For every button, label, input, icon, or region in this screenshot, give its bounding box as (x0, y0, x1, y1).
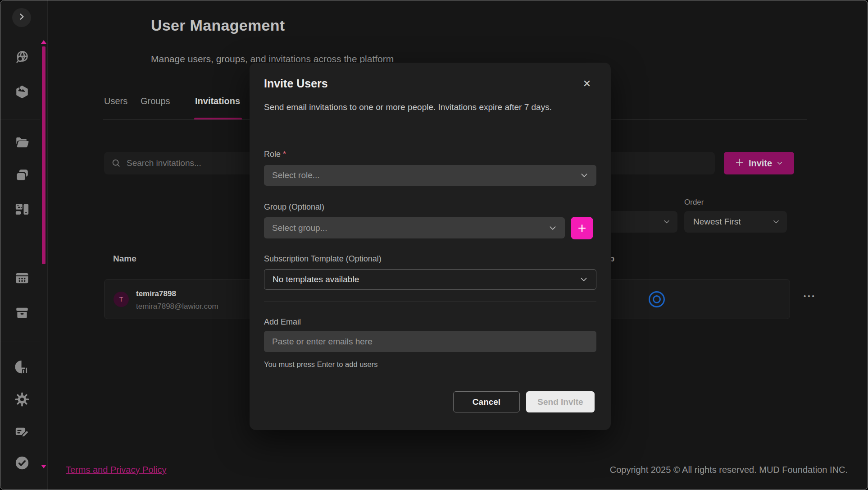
plus-icon (735, 158, 744, 169)
order-label: Order (684, 198, 704, 207)
sidebar-item-layouts[interactable] (14, 202, 30, 218)
modal-description: Send email invitations to one or more pe… (264, 101, 579, 114)
sidebar-item-assets[interactable] (14, 85, 30, 101)
send-invite-button[interactable]: Send Invite (526, 391, 595, 412)
row-user-name: temira7898 (136, 289, 176, 298)
copies-icon (14, 168, 30, 185)
sidebar-item-calendar[interactable] (14, 271, 30, 287)
layouts-icon (14, 201, 30, 219)
sidebar-expand-button[interactable] (12, 8, 31, 27)
globe-search-icon (14, 50, 30, 67)
column-header-name: Name (113, 254, 136, 264)
chevron-down-icon (549, 224, 557, 232)
group-select[interactable]: Select group... (264, 217, 565, 238)
chevron-down-icon (777, 160, 783, 166)
avatar: T (114, 292, 129, 307)
archive-icon (14, 305, 30, 322)
sidebar-item-collections[interactable] (14, 169, 30, 184)
sidebar-item-analytics[interactable] (14, 360, 30, 376)
required-asterisk: * (283, 150, 286, 159)
calendar-icon (14, 270, 30, 288)
email-helper-text: You must press Enter to add users (264, 360, 378, 369)
sidebar (0, 0, 48, 490)
copyright-text: Copyright 2025 © All rights reserved. MU… (610, 465, 848, 475)
sidebar-item-archive[interactable] (14, 306, 30, 321)
role-select[interactable]: Select role... (264, 165, 596, 186)
terms-privacy-link[interactable]: Terms and Privacy Policy (66, 465, 166, 475)
app-window: User Management Manage users, groups, an… (0, 0, 868, 490)
search-icon (111, 158, 121, 168)
invite-button-label: Invite (749, 158, 772, 169)
chevron-down-icon (580, 275, 588, 284)
chevron-down-icon (580, 171, 588, 179)
folder-icon (14, 135, 30, 152)
group-select-placeholder: Select group... (272, 223, 327, 233)
add-group-button[interactable]: + (571, 217, 593, 239)
cancel-button[interactable]: Cancel (453, 391, 520, 412)
tab-groups[interactable]: Groups (141, 96, 170, 106)
email-input[interactable] (264, 331, 596, 352)
sidebar-item-files[interactable] (14, 136, 30, 151)
chevron-right-icon (16, 11, 27, 24)
sidebar-divider (0, 119, 40, 119)
role-label: Role* (264, 150, 286, 159)
chevron-down-icon (773, 218, 780, 225)
sidebar-divider (0, 342, 40, 342)
chevron-down-icon (663, 218, 670, 225)
tab-invitations[interactable]: Invitations (195, 96, 240, 106)
row-actions-menu-button[interactable]: ••• (804, 292, 816, 300)
sidebar-scrollbar-thumb[interactable] (42, 46, 45, 264)
sidebar-scroll-up-arrow[interactable] (41, 40, 46, 44)
check-circle-icon (14, 455, 30, 472)
analytics-pie-icon (14, 359, 30, 376)
gear-icon (14, 392, 30, 409)
add-email-label: Add Email (264, 317, 301, 327)
modal-title: Invite Users (264, 77, 596, 90)
group-label: Group (Optional) (264, 202, 324, 212)
page-title: User Management (151, 17, 285, 34)
close-icon[interactable]: ✕ (580, 77, 594, 91)
modal-divider (264, 302, 596, 302)
sidebar-item-compose[interactable] (14, 425, 30, 440)
template-label: Subscription Template (Optional) (264, 254, 382, 264)
sidebar-item-settings[interactable] (14, 393, 30, 408)
invite-users-modal: Invite Users ✕ Send email invitations to… (250, 63, 611, 430)
order-select-value: Newest First (693, 217, 741, 227)
row-user-email: temira7898@lawior.com (136, 302, 218, 311)
role-select-placeholder: Select role... (272, 170, 320, 180)
template-select-value: No templates available (273, 275, 359, 284)
tab-users[interactable]: Users (104, 96, 127, 106)
sidebar-scroll-down-arrow[interactable] (41, 465, 46, 468)
sidebar-item-explore[interactable] (14, 50, 30, 66)
invite-button[interactable]: Invite (724, 152, 794, 174)
compose-card-icon (14, 424, 30, 441)
group-ring-badge (649, 291, 665, 307)
asset-cube-icon (14, 84, 30, 101)
order-select[interactable]: Newest First (684, 211, 787, 233)
template-select[interactable]: No templates available (264, 269, 596, 290)
sidebar-item-status[interactable] (14, 456, 30, 472)
